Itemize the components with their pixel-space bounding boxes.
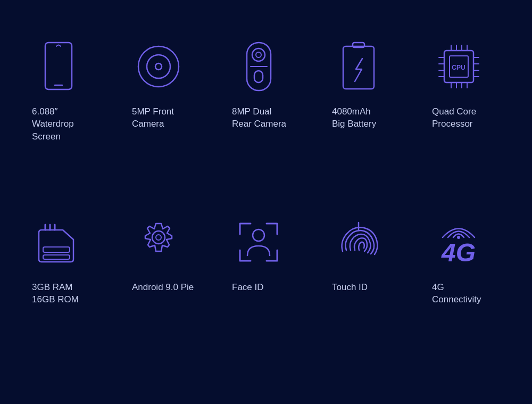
touchid-label: Touch ID bbox=[332, 281, 368, 294]
processor-label: Quad CoreProcessor bbox=[432, 105, 476, 131]
4g-label: 4GConnectivity bbox=[432, 281, 481, 307]
svg-point-36 bbox=[152, 231, 165, 244]
svg-point-7 bbox=[256, 52, 261, 57]
feature-touchid: Touch ID bbox=[316, 202, 416, 378]
ram-icon bbox=[32, 213, 85, 271]
android-label: Android 9.0 Pie bbox=[132, 281, 194, 294]
feature-front-camera: 5MP FrontCamera bbox=[116, 27, 216, 202]
feature-rear-camera: 8MP DualRear Camera bbox=[216, 27, 316, 202]
rear-camera-label: 8MP DualRear Camera bbox=[232, 105, 286, 131]
touchid-icon bbox=[332, 213, 385, 271]
rear-camera-icon bbox=[232, 37, 285, 96]
ram-label: 3GB RAM16GB ROM bbox=[32, 281, 79, 307]
svg-point-38 bbox=[253, 229, 264, 241]
front-camera-label: 5MP FrontCamera bbox=[132, 105, 174, 131]
screen-icon bbox=[32, 37, 85, 96]
svg-point-3 bbox=[147, 55, 170, 78]
feature-4g: 4G 4GConnectivity bbox=[416, 202, 516, 378]
cpu-icon: CPU bbox=[432, 37, 485, 96]
svg-text:CPU: CPU bbox=[452, 64, 465, 71]
svg-point-37 bbox=[156, 235, 161, 240]
svg-rect-9 bbox=[254, 71, 263, 83]
svg-rect-35 bbox=[43, 255, 70, 259]
feature-ram: 3GB RAM16GB ROM bbox=[16, 202, 116, 378]
feature-android: Android 9.0 Pie bbox=[116, 202, 216, 378]
svg-point-4 bbox=[155, 63, 162, 70]
svg-rect-10 bbox=[343, 46, 374, 89]
screen-label: 6.088″WaterdropScreen bbox=[32, 105, 74, 143]
4g-text: 4G bbox=[442, 240, 476, 266]
feature-screen: 6.088″WaterdropScreen bbox=[16, 27, 116, 202]
features-grid: 6.088″WaterdropScreen 5MP FrontCamera bbox=[11, 16, 521, 389]
faceid-icon bbox=[232, 213, 285, 271]
svg-rect-34 bbox=[43, 247, 70, 252]
svg-point-6 bbox=[252, 48, 265, 61]
svg-rect-0 bbox=[45, 43, 72, 89]
battery-icon bbox=[332, 37, 385, 96]
battery-label: 4080mAhBig Battery bbox=[332, 105, 376, 131]
svg-point-2 bbox=[138, 46, 179, 87]
front-camera-icon bbox=[132, 37, 185, 96]
4g-icon: 4G bbox=[432, 213, 485, 271]
feature-faceid: Face ID bbox=[216, 202, 316, 378]
feature-battery: 4080mAhBig Battery bbox=[316, 27, 416, 202]
feature-processor: CPU bbox=[416, 27, 516, 202]
faceid-label: Face ID bbox=[232, 281, 264, 294]
android-icon bbox=[132, 213, 185, 271]
